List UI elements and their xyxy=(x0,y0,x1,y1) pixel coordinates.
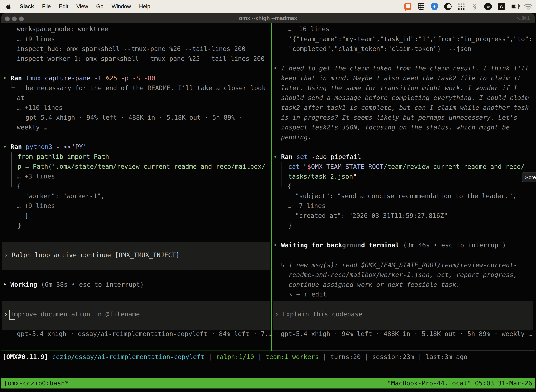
shield-bolt-icon[interactable] xyxy=(431,2,439,10)
terminal-line: later. Using the same for transition mig… xyxy=(281,83,517,93)
terminal-line: • Ran set -euo pipefail xyxy=(273,152,361,162)
terminal-line: at xyxy=(17,93,24,103)
terminal-line: "subject": "send a concise recommendatio… xyxy=(295,191,516,201)
wifi-icon[interactable] xyxy=(524,2,532,10)
menu-app-name[interactable]: Slack xyxy=(20,3,34,10)
section-curl-icon[interactable]: § xyxy=(471,2,479,10)
apple-menu-icon[interactable] xyxy=(6,3,12,10)
terminal-line: gpt-5.4 xhigh · essay/ai-reimplementatio… xyxy=(17,329,272,339)
terminal-line: p = Path('.omx/state/team/review-current… xyxy=(18,162,265,171)
crescent-circle-icon[interactable] xyxy=(444,2,452,10)
terminal-line: '{"team_name":"my-team","task_id":"1","f… xyxy=(289,34,532,44)
menu-item-help[interactable]: Help xyxy=(139,3,150,10)
battery-icon[interactable] xyxy=(511,2,519,10)
terminal-line: gpt-5.4 xhigh · 94% left · 488K in · 5.1… xyxy=(25,112,243,122)
ralph-loop-status: › Ralph loop active continue [OMX_TMUX_I… xyxy=(4,250,180,260)
terminal-line: be necessary for the end of the README. … xyxy=(25,83,266,93)
terminal-line: task2 after task1 is complete, but can I… xyxy=(281,103,529,112)
connector xyxy=(282,162,286,187)
terminal-line: "completed","claim_token":"claim-token"}… xyxy=(289,44,471,54)
terminal-line: • Working (6m 38s • esc to interrupt) xyxy=(3,280,144,289)
terminal-line: workspace_mode: worktree xyxy=(17,24,108,34)
terminal-line: } xyxy=(18,221,21,230)
screen-overlay-tooltip: Scre xyxy=(522,172,536,182)
terminal-line: inspect task2's JSON, focusing on the st… xyxy=(281,122,510,132)
connector xyxy=(11,152,15,187)
terminal-line: weekly … xyxy=(17,122,47,132)
keypad-shield-icon[interactable] xyxy=(417,2,425,10)
menu-item-view[interactable]: View xyxy=(76,3,88,10)
terminal-line: ] xyxy=(25,211,29,221)
badge-61-icon[interactable]: ..61 xyxy=(484,2,492,10)
terminal-line: { xyxy=(17,181,21,191)
terminal-line: cat "$OMX_TEAM_STATE_ROOT/team/review-cu… xyxy=(288,162,525,172)
terminal-line: • Ran tmux capture-pane -t %25 -p -S -80 xyxy=(3,73,155,83)
macos-menu-bar: Slack File Edit View Go Window Help § ..… xyxy=(0,0,536,13)
terminal-line: "created_at": "2026-03-31T11:59:27.816Z" xyxy=(295,211,448,221)
terminal-line: keep that in mind. Maybe I also need the… xyxy=(281,73,521,83)
terminal-line: … +9 lines xyxy=(17,34,55,44)
menu-item-go[interactable]: Go xyxy=(96,3,103,10)
terminal-line: pending. xyxy=(281,132,311,142)
left-pane-bottom-border xyxy=(1,350,272,351)
dots-grid-icon[interactable] xyxy=(457,2,465,10)
terminal-line: tasks/task-2.json" xyxy=(288,172,357,182)
terminal-line: … +16 lines xyxy=(287,24,329,34)
tmux-status-bar: [omx-cczip0:bash* "MacBook-Pro-44.local"… xyxy=(1,378,535,388)
terminal-line: ⌥ + ↑ edit xyxy=(289,289,327,299)
omx-status-line: [OMX#0.11.9] cczip/essay/ai-reimplementa… xyxy=(2,352,467,362)
terminal-line: readme-and-reco/mailbox/worker-1.json, a… xyxy=(289,270,517,280)
tmux-host-clock: "MacBook-Pro-44.local" 05:03 31-Mar-26 xyxy=(387,378,532,388)
screen: Slack File Edit View Go Window Help § ..… xyxy=(0,0,536,392)
terminal-line: • Waiting for background terminal (3m 46… xyxy=(273,240,506,250)
terminal-line: … +3 lines xyxy=(17,171,55,181)
chat-app-icon[interactable] xyxy=(404,2,412,10)
input-source-icon[interactable]: A xyxy=(497,2,505,10)
terminal-line: … +9 lines xyxy=(17,201,55,211)
terminal-line: "worker": "worker-1", xyxy=(25,191,105,201)
terminal-line: … +110 lines xyxy=(17,103,62,112)
menu-item-window[interactable]: Window xyxy=(111,3,131,10)
terminal-line: } xyxy=(288,221,292,230)
right-prompt-text: › Explain this codebase xyxy=(275,309,362,319)
window-title-bar: omx --xhigh --madmax ⌥⌘1 xyxy=(1,13,535,23)
window-title: omx --xhigh --madmax xyxy=(1,13,535,23)
right-pane-bottom-border xyxy=(272,350,535,351)
menu-item-edit[interactable]: Edit xyxy=(59,3,68,10)
terminal-line: ↳ 1 new msg(s): read $OMX_TEAM_STATE_ROO… xyxy=(281,260,517,270)
terminal-line: • Ran python3 - <<'PY' xyxy=(3,142,87,152)
window-shortcut-badge: ⌥⌘1 xyxy=(515,13,530,23)
terminal-line: should send a message before completing … xyxy=(281,93,529,103)
pane-divider[interactable] xyxy=(271,23,272,350)
terminal-line: from pathlib import Path xyxy=(18,152,109,162)
terminal-line: continue assigned work or next feasible … xyxy=(289,280,460,289)
tmux-session-window[interactable]: [omx-cczip0:bash* xyxy=(4,378,69,388)
terminal-line: inspect_worker-1: omx sparkshell --tmux-… xyxy=(17,54,265,64)
terminal-line: inspect_hud: omx sparkshell --tmux-pane … xyxy=(17,44,245,54)
terminal-line: { xyxy=(287,181,291,191)
menu-item-file[interactable]: File xyxy=(42,3,51,10)
terminal-line: … +7 lines xyxy=(287,201,326,211)
terminal-line: gpt-5.4 xhigh · 94% left · 488K in · 5.1… xyxy=(281,329,532,339)
terminal-line: • I need to get the claim token from the… xyxy=(273,63,529,73)
left-prompt-placeholder: Improve documentation in @filename xyxy=(10,309,140,319)
terminal-line: is in progress? It seems likely but perh… xyxy=(281,112,517,122)
